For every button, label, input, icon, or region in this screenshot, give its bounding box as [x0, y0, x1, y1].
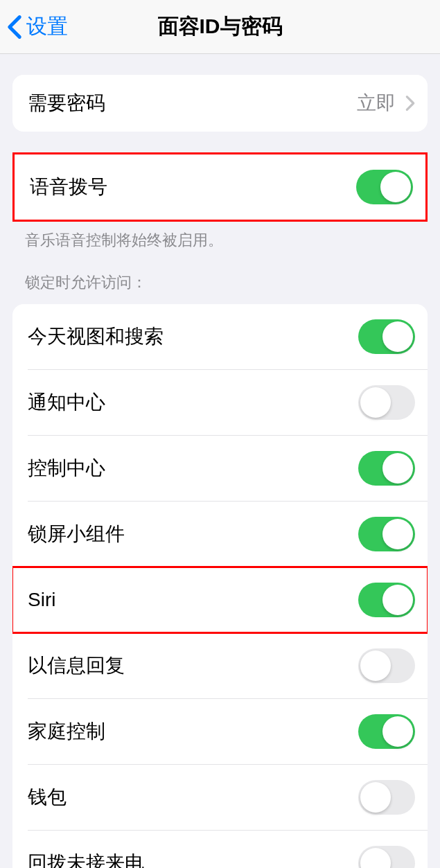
wallet-label: 钱包	[28, 784, 67, 811]
lock-screen-widgets-toggle[interactable]	[358, 517, 415, 551]
return-missed-calls-label: 回拨未接来电	[28, 850, 144, 868]
control-center-row[interactable]: 控制中心	[12, 436, 428, 501]
wallet-row[interactable]: 钱包	[12, 765, 428, 830]
lock-access-group: 今天视图和搜索 通知中心 控制中心 锁屏小组件 Siri 以信息回复	[12, 304, 428, 868]
return-missed-calls-toggle[interactable]	[358, 846, 415, 868]
notification-center-label: 通知中心	[28, 389, 105, 416]
wallet-toggle[interactable]	[358, 780, 415, 815]
lock-screen-widgets-row[interactable]: 锁屏小组件	[12, 502, 428, 567]
require-passcode-row[interactable]: 需要密码 立即	[12, 75, 428, 132]
siri-row[interactable]: Siri	[12, 567, 428, 632]
home-control-toggle[interactable]	[358, 714, 415, 749]
voice-dial-row[interactable]: 语音拨号	[15, 154, 425, 220]
voice-dial-toggle[interactable]	[356, 170, 413, 204]
control-center-label: 控制中心	[28, 455, 105, 481]
today-view-row[interactable]: 今天视图和搜索	[12, 304, 428, 369]
today-view-toggle[interactable]	[358, 319, 415, 354]
passcode-group: 需要密码 立即	[12, 75, 428, 132]
lock-screen-widgets-label: 锁屏小组件	[28, 521, 125, 547]
lock-access-header: 锁定时允许访问：	[0, 251, 440, 300]
today-view-label: 今天视图和搜索	[28, 324, 164, 350]
reply-messages-row[interactable]: 以信息回复	[12, 633, 428, 698]
voice-dial-group: 语音拨号	[12, 152, 428, 222]
navbar: 设置 面容ID与密码	[0, 0, 440, 54]
chevron-left-icon	[7, 15, 22, 39]
home-control-label: 家庭控制	[28, 718, 105, 745]
back-label: 设置	[26, 12, 68, 41]
siri-label: Siri	[28, 589, 55, 611]
require-passcode-value: 立即	[357, 90, 415, 116]
voice-dial-label: 语音拨号	[30, 174, 107, 200]
chevron-right-icon	[405, 95, 415, 112]
return-missed-calls-row[interactable]: 回拨未接来电	[12, 831, 428, 868]
voice-dial-footer: 音乐语音控制将始终被启用。	[0, 222, 440, 251]
back-button[interactable]: 设置	[0, 12, 68, 41]
require-passcode-label: 需要密码	[28, 90, 105, 116]
home-control-row[interactable]: 家庭控制	[12, 699, 428, 764]
reply-messages-label: 以信息回复	[28, 653, 125, 679]
reply-messages-toggle[interactable]	[358, 648, 415, 683]
notification-center-toggle[interactable]	[358, 385, 415, 420]
control-center-toggle[interactable]	[358, 451, 415, 486]
siri-toggle[interactable]	[358, 583, 415, 617]
notification-center-row[interactable]: 通知中心	[12, 370, 428, 435]
